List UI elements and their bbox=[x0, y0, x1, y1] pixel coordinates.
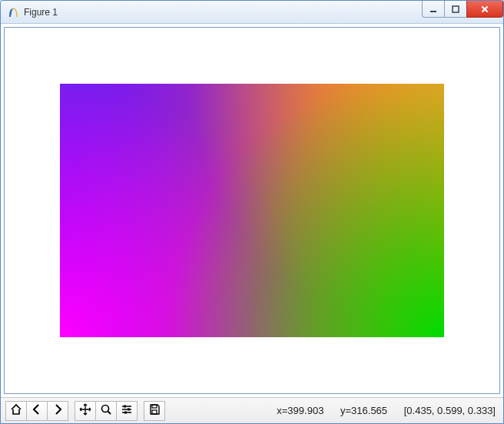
pan-button[interactable] bbox=[75, 401, 96, 421]
configure-button[interactable] bbox=[116, 401, 138, 421]
rgb-image-plot bbox=[60, 84, 444, 337]
svg-point-2 bbox=[102, 406, 109, 412]
svg-rect-4 bbox=[128, 409, 130, 411]
home-button[interactable] bbox=[5, 401, 27, 421]
window-title: Figure 1 bbox=[24, 7, 58, 18]
minimize-button[interactable] bbox=[422, 1, 445, 18]
arrow-left-icon bbox=[31, 403, 43, 418]
zoom-icon bbox=[100, 403, 112, 418]
figure-window: Figure 1 bbox=[0, 0, 504, 424]
cursor-status: x=399.903 y=316.565 [0.435, 0.599, 0.333… bbox=[263, 405, 499, 416]
nav-toolbar: x=399.903 y=316.565 [0.435, 0.599, 0.333… bbox=[1, 397, 503, 423]
svg-rect-5 bbox=[124, 412, 127, 414]
back-button[interactable] bbox=[26, 401, 48, 421]
svg-rect-0 bbox=[430, 11, 436, 12]
pan-icon bbox=[79, 403, 91, 418]
status-x: x=399.903 bbox=[277, 405, 323, 416]
svg-rect-7 bbox=[152, 410, 157, 414]
arrow-right-icon bbox=[51, 403, 64, 418]
home-icon bbox=[10, 403, 22, 418]
save-icon bbox=[148, 403, 161, 418]
save-button[interactable] bbox=[144, 401, 165, 421]
zoom-button[interactable] bbox=[95, 401, 117, 421]
status-rgb: [0.435, 0.599, 0.333] bbox=[404, 405, 496, 416]
status-y: y=316.565 bbox=[340, 405, 387, 416]
maximize-button[interactable] bbox=[444, 1, 467, 18]
sliders-icon bbox=[121, 403, 133, 418]
close-button[interactable] bbox=[466, 1, 503, 18]
window-buttons bbox=[423, 1, 503, 18]
figure-canvas[interactable] bbox=[4, 27, 500, 394]
forward-button[interactable] bbox=[47, 401, 68, 421]
svg-rect-1 bbox=[453, 6, 459, 12]
app-icon bbox=[7, 6, 19, 18]
svg-rect-3 bbox=[124, 406, 126, 408]
titlebar[interactable]: Figure 1 bbox=[1, 1, 503, 24]
svg-rect-6 bbox=[152, 405, 157, 408]
